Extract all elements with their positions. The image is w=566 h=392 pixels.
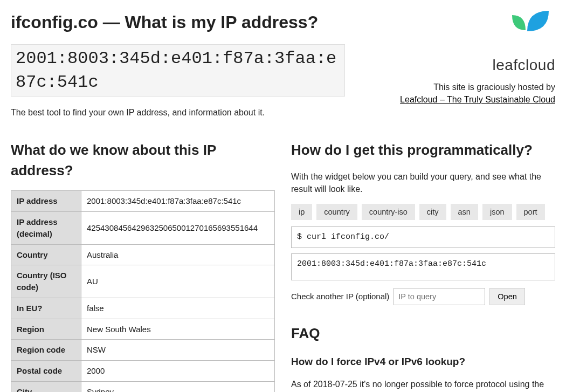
table-row: In EU?false xyxy=(11,298,275,319)
table-key: Region xyxy=(11,319,81,340)
widget-btn-country[interactable]: country xyxy=(316,204,357,220)
widget-btn-city[interactable]: city xyxy=(419,204,446,220)
table-value: New South Wales xyxy=(81,319,275,340)
sponsor-note: This site is graciously hosted by xyxy=(433,82,555,92)
faq-a1: As of 2018-07-25 it's no longer possible… xyxy=(291,378,555,392)
sponsor-logo-text: leafcloud xyxy=(377,54,555,77)
table-key: Postal code xyxy=(11,361,81,382)
table-value: 42543084564296325065001270165693551644 xyxy=(81,212,275,245)
table-key: Country xyxy=(11,244,81,265)
widget-buttons: ipcountrycountry-isocityasnjsonport xyxy=(291,204,555,220)
table-key: In EU? xyxy=(11,298,81,319)
widget-btn-port[interactable]: port xyxy=(516,204,545,220)
info-heading: What do we know about this IP address? xyxy=(11,140,275,181)
your-ip: 2001:8003:345d:e401:f87a:3faa:e87c:541c xyxy=(11,44,345,96)
table-row: CountryAustralia xyxy=(11,244,275,265)
widget-desc: With the widget below you can build your… xyxy=(291,170,555,195)
table-row: IP address (decimal)42543084564296325065… xyxy=(11,212,275,245)
widget-btn-country-iso[interactable]: country-iso xyxy=(362,204,415,220)
table-key: IP address xyxy=(11,191,81,212)
table-key: Region code xyxy=(11,340,81,361)
faq-heading: FAQ xyxy=(291,324,555,344)
widget-command: $ curl ifconfig.co/ xyxy=(291,226,555,248)
table-row: Region codeNSW xyxy=(11,340,275,361)
page-title: ifconfig.co — What is my IP address? xyxy=(11,10,367,35)
widget-btn-ip[interactable]: ip xyxy=(291,204,312,220)
table-row: Postal code2000 xyxy=(11,361,275,382)
table-value: false xyxy=(81,298,275,319)
ip-query-input[interactable] xyxy=(394,288,485,305)
table-row: RegionNew South Wales xyxy=(11,319,275,340)
table-value: Sydney xyxy=(81,381,275,392)
check-ip-label: Check another IP (optional) xyxy=(291,291,389,302)
table-key: City xyxy=(11,381,81,392)
table-value: 2001:8003:345d:e401:f87a:3faa:e87c:541c xyxy=(81,191,275,212)
sponsor-link[interactable]: Leafcloud – The Truly Sustainable Cloud xyxy=(400,95,555,104)
widget-heading: How do I get this programmatically? xyxy=(291,140,555,161)
open-button[interactable]: Open xyxy=(489,288,524,305)
table-value: Australia xyxy=(81,244,275,265)
ip-info-table: IP address2001:8003:345d:e401:f87a:3faa:… xyxy=(11,190,275,392)
table-row: Country (ISO code)AU xyxy=(11,265,275,298)
table-value: AU xyxy=(81,265,275,298)
table-row: CitySydney xyxy=(11,381,275,392)
tagline: The best tool to find your own IP addres… xyxy=(11,106,367,119)
table-key: Country (ISO code) xyxy=(11,265,81,298)
sponsor-logo[interactable] xyxy=(377,10,555,50)
table-key: IP address (decimal) xyxy=(11,212,81,245)
widget-result: 2001:8003:345d:e401:f87a:3faa:e87c:541c xyxy=(291,253,555,280)
faq-q1: How do I force IPv4 or IPv6 lookup? xyxy=(291,354,555,369)
table-row: IP address2001:8003:345d:e401:f87a:3faa:… xyxy=(11,191,275,212)
table-value: 2000 xyxy=(81,361,275,382)
table-value: NSW xyxy=(81,340,275,361)
widget-btn-json[interactable]: json xyxy=(482,204,512,220)
widget-btn-asn[interactable]: asn xyxy=(451,204,478,220)
